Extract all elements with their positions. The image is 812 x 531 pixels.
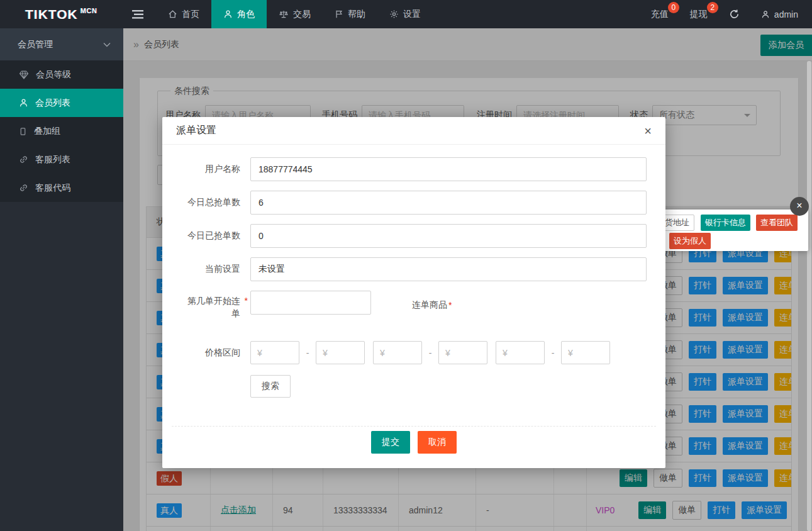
recharge-badge: 0 bbox=[668, 2, 679, 13]
sidebar-collapse-button[interactable] bbox=[123, 0, 152, 28]
price-max-3-input[interactable] bbox=[561, 341, 610, 364]
chain-start-label: 第几单开始连单* bbox=[162, 291, 245, 320]
taken-orders-label: 今日已抢单数 bbox=[162, 224, 245, 248]
refresh-icon bbox=[729, 9, 740, 20]
range-dash: - bbox=[545, 348, 561, 358]
dispatch-settings-modal: 派单设置 × 用户名称 今日总抢单数 今日已抢单数 当前设置 第几单开始连单* … bbox=[162, 117, 665, 468]
price-min-1-input[interactable] bbox=[250, 341, 299, 364]
link-icon bbox=[19, 183, 28, 193]
nav-item-trade[interactable]: 交易 bbox=[267, 0, 323, 28]
sidebar-item-member-list[interactable]: 会员列表 bbox=[0, 89, 123, 117]
sidebar-item-label: 会员等级 bbox=[36, 69, 71, 81]
view-team-button[interactable]: 查看团队 bbox=[756, 215, 798, 231]
popover-close-icon[interactable]: × bbox=[790, 197, 809, 216]
user-name-label: 用户名称 bbox=[162, 157, 245, 181]
sidebar-item-stack-group[interactable]: 叠加组 bbox=[0, 117, 123, 145]
modal-header: 派单设置 × bbox=[162, 117, 665, 145]
cancel-button[interactable]: 取消 bbox=[418, 431, 457, 454]
required-asterisk: * bbox=[448, 300, 452, 310]
sidebar: 会员管理 会员等级 会员列表 叠加组 客服列表 客服代码 bbox=[0, 28, 123, 531]
modal-title: 派单设置 bbox=[176, 124, 216, 137]
bank-card-info-button[interactable]: 银行卡信息 bbox=[701, 215, 750, 231]
sidebar-item-member-level[interactable]: 会员等级 bbox=[0, 60, 123, 89]
username-text: admin bbox=[774, 9, 798, 20]
flag-icon bbox=[335, 9, 343, 19]
user-avatar-icon bbox=[761, 10, 770, 19]
navbar-right: 充值 0 提现 2 admin bbox=[651, 0, 812, 28]
price-max-2-input[interactable] bbox=[438, 341, 487, 364]
sidebar-item-label: 会员列表 bbox=[35, 98, 70, 109]
price-min-2-input[interactable] bbox=[373, 341, 422, 364]
nav-item-label: 角色 bbox=[237, 9, 255, 20]
price-max-1-input[interactable] bbox=[316, 341, 365, 364]
scrollbar[interactable] bbox=[807, 61, 811, 531]
range-dash: - bbox=[299, 348, 316, 358]
logo-text: TIKTOK bbox=[25, 7, 78, 22]
main-menu: 首页 角色 交易 帮助 设置 bbox=[156, 0, 433, 28]
user-icon bbox=[19, 98, 28, 108]
price-min-3-input[interactable] bbox=[496, 341, 545, 364]
modal-body: 用户名称 今日总抢单数 今日已抢单数 当前设置 第几单开始连单* 连单商品* 价… bbox=[162, 145, 665, 398]
app-logo: TIKTOK MCN bbox=[0, 0, 123, 28]
user-menu[interactable]: admin bbox=[761, 9, 798, 20]
current-setting-input[interactable] bbox=[250, 257, 647, 281]
total-orders-label: 今日总抢单数 bbox=[162, 191, 245, 215]
recharge-label: 充值 bbox=[651, 9, 669, 19]
recharge-link[interactable]: 充值 0 bbox=[651, 9, 669, 20]
submit-button[interactable]: 提交 bbox=[371, 431, 410, 454]
withdraw-label: 提现 bbox=[690, 9, 708, 19]
sidebar-group-member-management[interactable]: 会员管理 bbox=[0, 28, 123, 60]
sidebar-item-label: 叠加组 bbox=[34, 126, 60, 137]
user-name-input[interactable] bbox=[250, 157, 647, 181]
chain-start-input[interactable] bbox=[250, 291, 371, 315]
chain-product-label: 连单商品* bbox=[412, 291, 452, 320]
total-orders-input[interactable] bbox=[250, 191, 647, 215]
nav-item-role[interactable]: 角色 bbox=[211, 0, 267, 28]
nav-item-home[interactable]: 首页 bbox=[156, 0, 211, 28]
nav-item-help[interactable]: 帮助 bbox=[323, 0, 377, 28]
sidebar-item-service-list[interactable]: 客服列表 bbox=[0, 145, 123, 174]
nav-item-label: 交易 bbox=[293, 9, 311, 20]
component-icon bbox=[19, 127, 27, 136]
gear-icon bbox=[389, 9, 399, 19]
set-fake-user-button[interactable]: 设为假人 bbox=[669, 233, 711, 249]
required-asterisk: * bbox=[245, 294, 248, 307]
user-icon bbox=[223, 9, 233, 19]
nav-item-label: 帮助 bbox=[348, 9, 365, 20]
current-setting-label: 当前设置 bbox=[162, 257, 245, 281]
link-icon bbox=[19, 155, 28, 164]
top-navbar: TIKTOK MCN 首页 角色 交易 bbox=[0, 0, 812, 28]
diamond-icon bbox=[19, 70, 29, 79]
hamburger-icon bbox=[132, 10, 143, 19]
nav-item-label: 首页 bbox=[182, 9, 199, 20]
chevron-down-icon bbox=[103, 42, 111, 47]
nav-item-settings[interactable]: 设置 bbox=[377, 0, 433, 28]
sidebar-item-service-code[interactable]: 客服代码 bbox=[0, 174, 123, 202]
sidebar-group-label: 会员管理 bbox=[18, 39, 53, 50]
sidebar-item-label: 客服代码 bbox=[35, 182, 70, 194]
modal-footer: 提交 取消 bbox=[172, 426, 656, 468]
row-actions-popover: 收货地址 银行卡信息 查看团队 设为假人 bbox=[647, 210, 808, 251]
logo-badge: MCN bbox=[81, 7, 97, 14]
nav-item-label: 设置 bbox=[403, 9, 421, 20]
taken-orders-input[interactable] bbox=[250, 224, 647, 248]
refresh-button[interactable] bbox=[729, 9, 740, 20]
withdraw-link[interactable]: 提现 2 bbox=[690, 9, 708, 20]
modal-close-icon[interactable]: × bbox=[644, 125, 652, 137]
range-dash: - bbox=[422, 348, 438, 358]
home-icon bbox=[168, 9, 177, 19]
modal-search-button[interactable]: 搜索 bbox=[250, 375, 291, 398]
sidebar-item-label: 客服列表 bbox=[35, 154, 70, 165]
withdraw-badge: 2 bbox=[707, 2, 718, 13]
price-range-label: 价格区间 bbox=[162, 347, 245, 359]
scales-icon bbox=[279, 9, 289, 19]
